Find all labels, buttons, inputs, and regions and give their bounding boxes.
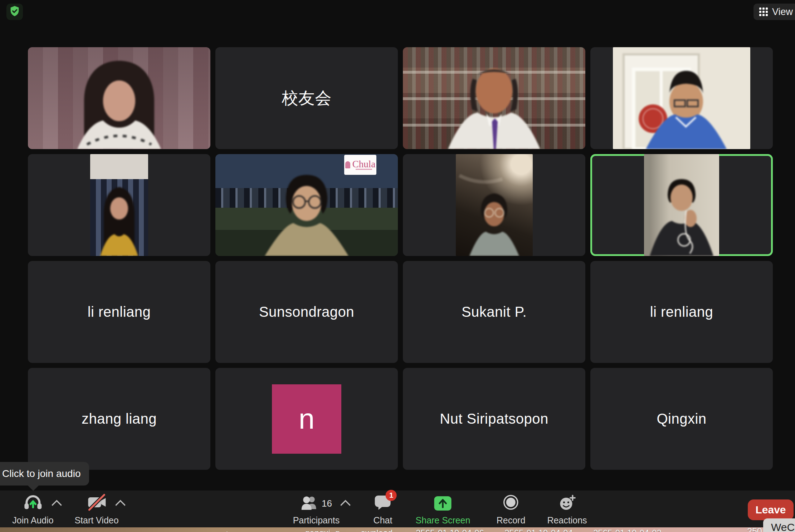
share-screen-button[interactable]: Share Screen <box>416 495 470 526</box>
desktop-file-label: 2565-01 19-04-02 <box>593 528 662 532</box>
tooltip-text: Click to join audio <box>2 468 81 479</box>
video-tile-participant-4[interactable] <box>590 47 773 149</box>
desktop-file-label: 2565-01 19-04-04 <box>504 528 573 532</box>
video-tile-participant-8-active-speaker[interactable] <box>590 154 773 256</box>
name-tile-participant-2[interactable]: 校友会 <box>215 47 398 149</box>
video-tile-participant-1[interactable] <box>28 47 210 149</box>
name-tile-participant-12[interactable]: li renliang <box>590 261 773 363</box>
headphones-icon <box>24 494 42 513</box>
participant-video-placeholder <box>613 47 750 149</box>
participant-name: Qingxin <box>657 411 706 427</box>
participants-icon <box>301 495 318 512</box>
participant-video-placeholder <box>403 47 585 149</box>
record-label: Record <box>497 515 526 526</box>
desktop-background-strip: อรุ่น gongxi_g ownload 2565-01 19-04-06 … <box>0 527 795 532</box>
participant-video-placeholder <box>456 154 533 256</box>
chat-label: Chat <box>374 515 392 526</box>
name-tile-participant-13[interactable]: zhang liang <box>28 368 210 470</box>
view-button-label: View <box>772 6 793 18</box>
participants-button[interactable]: 16 Participants <box>293 495 340 526</box>
join-audio-button[interactable]: Join Audio <box>12 495 53 526</box>
name-tile-participant-11[interactable]: Sukanit P. <box>403 261 585 363</box>
video-camera-off-icon <box>87 494 107 513</box>
chat-bubble-icon: 1 <box>375 495 391 512</box>
video-tile-participant-3[interactable] <box>403 47 585 149</box>
participant-name: Sukanit P. <box>462 304 527 320</box>
avatar-tile-participant-14[interactable]: n <box>215 368 398 470</box>
video-tile-participant-7[interactable] <box>403 154 585 256</box>
chula-logo: Chula <box>344 155 376 175</box>
desktop-file-label: อรุ่น <box>218 528 234 532</box>
participant-video-placeholder <box>28 47 210 149</box>
leave-button[interactable]: Leave <box>748 499 794 520</box>
participant-name: Nut Siripatsopon <box>440 411 548 427</box>
start-video-label: Start Video <box>74 515 118 526</box>
participant-name: li renliang <box>88 304 151 320</box>
meeting-security-button[interactable] <box>6 4 23 20</box>
wechat-window-corner[interactable]: WeC <box>763 518 795 532</box>
desktop-file-label: 2565-01 19-04-06 <box>416 528 484 532</box>
desktop-file-label: ownload <box>361 528 392 532</box>
participant-video-placeholder <box>644 154 719 256</box>
name-tile-participant-16[interactable]: Qingxin <box>590 368 773 470</box>
reactions-button[interactable]: Reactions <box>547 495 587 526</box>
participant-name: 校友会 <box>282 87 332 109</box>
share-screen-label: Share Screen <box>416 515 470 526</box>
participant-video-placeholder: Chula <box>215 154 398 256</box>
name-tile-participant-9[interactable]: li renliang <box>28 261 210 363</box>
participants-label: Participants <box>293 515 340 526</box>
reactions-smiley-icon <box>558 494 576 513</box>
participant-name: li renliang <box>650 304 713 320</box>
chat-button[interactable]: 1 Chat <box>374 495 392 526</box>
gallery-grid-icon <box>759 8 768 16</box>
video-tile-participant-6[interactable]: Chula <box>215 154 398 256</box>
wechat-window-label: WeC <box>771 521 795 532</box>
desktop-file-label: gongxi_g <box>305 528 340 532</box>
shield-check-icon <box>9 5 21 19</box>
avatar-initial: n <box>299 403 315 435</box>
participant-video-placeholder <box>90 154 148 256</box>
chula-logo-label: Chula <box>352 160 376 168</box>
leave-button-label: Leave <box>755 504 786 516</box>
join-audio-label: Join Audio <box>12 515 53 526</box>
name-tile-participant-10[interactable]: Sunsondragon <box>215 261 398 363</box>
record-button[interactable]: Record <box>497 495 526 526</box>
desktop-partial-text: 250 <box>747 526 762 532</box>
participants-count: 16 <box>322 498 332 509</box>
participant-name: zhang liang <box>82 411 157 427</box>
participant-gallery: 校友会 <box>28 47 773 470</box>
chula-emblem-icon <box>345 161 350 168</box>
participant-name: Sunsondragon <box>259 304 354 320</box>
join-audio-tooltip: Click to join audio <box>0 462 89 486</box>
name-tile-participant-15[interactable]: Nut Siripatsopon <box>403 368 585 470</box>
video-tile-participant-5[interactable] <box>28 154 210 256</box>
avatar: n <box>272 384 341 454</box>
record-icon <box>503 494 519 513</box>
view-button[interactable]: View <box>753 4 795 20</box>
reactions-label: Reactions <box>547 515 587 526</box>
share-screen-icon <box>434 496 452 511</box>
start-video-button[interactable]: Start Video <box>74 495 118 526</box>
